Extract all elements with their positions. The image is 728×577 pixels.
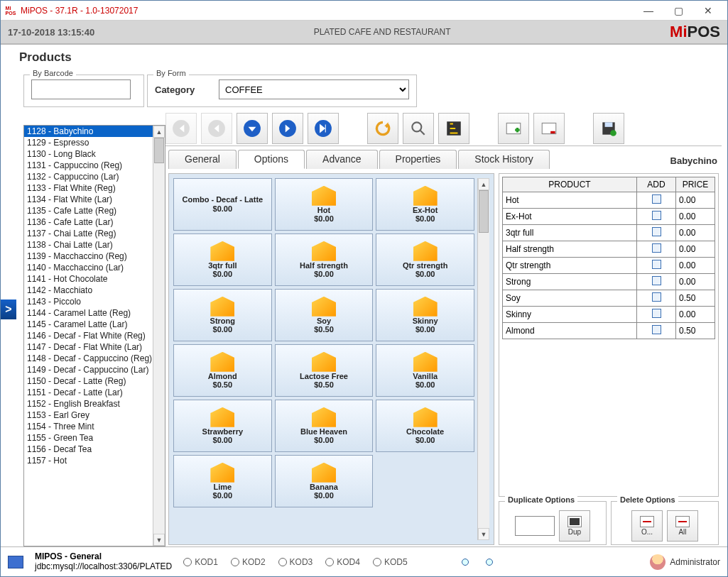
option-row[interactable]: Qtr strength0.00 <box>503 258 715 274</box>
kod-radio[interactable]: KOD5 <box>373 557 408 567</box>
option-card[interactable]: Blue Heaven$0.00 <box>275 400 374 452</box>
add-checkbox[interactable] <box>652 211 661 220</box>
product-list-scrollbar[interactable]: ▲ ▼ <box>153 126 165 546</box>
product-list-item[interactable]: 1152 - English Breakfast <box>24 398 153 410</box>
product-list-item[interactable]: 1133 - Flat White (Reg) <box>24 182 153 194</box>
option-card[interactable]: Qtr strength$0.00 <box>376 233 474 286</box>
scroll-down-icon[interactable]: ▼ <box>478 528 489 540</box>
scroll-thumb[interactable] <box>154 138 164 163</box>
option-row[interactable]: Half strength0.00 <box>503 241 715 258</box>
add-checkbox[interactable] <box>652 194 661 204</box>
product-list-item[interactable]: 1143 - Piccolo <box>24 296 153 307</box>
add-checkbox[interactable] <box>652 227 661 236</box>
product-list[interactable]: 1128 - Babychino1129 - Espresso1130 - Lo… <box>23 125 165 546</box>
add-checkbox[interactable] <box>652 309 661 318</box>
kod-radio[interactable]: KOD4 <box>325 557 360 567</box>
add-checkbox[interactable] <box>652 243 661 253</box>
col-price[interactable]: PRICE <box>676 177 715 192</box>
product-list-item[interactable]: 1141 - Hot Chocolate <box>24 273 153 285</box>
search-button[interactable] <box>403 113 434 144</box>
nav-last-button[interactable] <box>308 113 339 144</box>
product-list-item[interactable]: 1130 - Long Black <box>24 148 153 160</box>
kod-radio[interactable]: KOD3 <box>278 557 313 567</box>
product-list-item[interactable]: 1142 - Macchiato <box>24 285 153 296</box>
product-list-item[interactable]: 1151 - Decaf - Latte (Lar) <box>24 387 153 398</box>
option-row[interactable]: Skinny0.00 <box>503 307 715 323</box>
product-list-item[interactable]: 1132 - Cappuccino (Lar) <box>24 171 153 182</box>
delete-all-button[interactable]: All <box>667 510 698 542</box>
add-checkbox[interactable] <box>652 276 661 285</box>
minimize-button[interactable]: — <box>634 2 663 19</box>
option-row[interactable]: Ex-Hot0.00 <box>503 209 715 225</box>
refresh-button[interactable] <box>367 113 398 144</box>
product-list-item[interactable]: 1144 - Caramel Latte (Reg) <box>24 307 153 319</box>
add-checkbox[interactable] <box>652 292 661 302</box>
remove-button[interactable] <box>533 113 565 144</box>
product-list-item[interactable]: 1136 - Cafe Latte (Lar) <box>24 216 153 228</box>
option-card[interactable]: Banana$0.00 <box>275 455 374 507</box>
option-card[interactable]: Almond$0.50 <box>173 344 272 397</box>
option-card[interactable]: Hot$0.00 <box>275 178 374 231</box>
tab-advance[interactable]: Advance <box>306 150 377 169</box>
col-product[interactable]: PRODUCT <box>503 177 637 192</box>
sort-button[interactable] <box>438 113 469 144</box>
user-badge[interactable]: Administrator <box>650 554 720 570</box>
option-card[interactable]: Ex-Hot$0.00 <box>376 178 474 231</box>
scroll-up-icon[interactable]: ▲ <box>153 126 165 138</box>
product-list-item[interactable]: 1129 - Espresso <box>24 137 153 148</box>
maximize-button[interactable]: ▢ <box>663 2 693 19</box>
option-card[interactable]: Half strength$0.00 <box>275 233 374 286</box>
side-handle[interactable]: > <box>1 72 18 546</box>
product-list-item[interactable]: 1157 - Hot <box>24 455 153 466</box>
option-card[interactable]: Vanilla$0.00 <box>376 344 474 397</box>
save-button[interactable] <box>593 113 624 144</box>
option-row[interactable]: 3qtr full0.00 <box>503 225 715 241</box>
option-row[interactable]: Almond0.50 <box>503 323 715 339</box>
delete-one-button[interactable]: O... <box>631 510 663 542</box>
product-list-item[interactable]: 1150 - Decaf - Latte (Reg) <box>24 375 153 387</box>
duplicate-button[interactable]: Dup <box>559 510 590 542</box>
barcode-input[interactable] <box>31 79 131 99</box>
product-list-item[interactable]: 1149 - Decaf - Cappuccino (Lar) <box>24 364 153 375</box>
nav-prev-button[interactable] <box>201 113 232 144</box>
option-card[interactable]: Lactose Free$0.50 <box>275 344 374 397</box>
kod-radio[interactable]: KOD1 <box>183 557 218 567</box>
tab-properties[interactable]: Properties <box>379 150 457 169</box>
option-row[interactable]: Hot0.00 <box>503 192 715 209</box>
option-row[interactable]: Strong0.00 <box>503 274 715 290</box>
col-add[interactable]: ADD <box>637 177 676 192</box>
kod-radio[interactable]: KOD2 <box>231 557 266 567</box>
option-card[interactable]: Skinny$0.00 <box>376 289 474 341</box>
scroll-thumb[interactable] <box>479 190 489 233</box>
duplicate-input[interactable] <box>515 516 555 536</box>
product-list-item[interactable]: 1135 - Cafe Latte (Reg) <box>24 205 153 216</box>
product-list-item[interactable]: 1138 - Chai Latte (Lar) <box>24 239 153 251</box>
category-select[interactable]: COFFEE <box>219 79 409 99</box>
tab-stock-history[interactable]: Stock History <box>458 150 549 169</box>
option-card[interactable]: Chocolate$0.00 <box>376 400 474 452</box>
option-card[interactable]: Strawberry$0.00 <box>173 400 272 452</box>
product-list-item[interactable]: 1128 - Babychino <box>24 126 153 137</box>
tab-general[interactable]: General <box>168 150 237 169</box>
nav-down-button[interactable] <box>237 113 268 144</box>
add-checkbox[interactable] <box>652 325 661 334</box>
add-checkbox[interactable] <box>652 260 661 269</box>
options-scrollbar[interactable]: ▲ ▼ <box>477 178 489 540</box>
option-card[interactable]: Lime$0.00 <box>173 455 272 507</box>
product-list-item[interactable]: 1146 - Decaf - Flat White (Reg) <box>24 330 153 341</box>
product-list-item[interactable]: 1140 - Macchaccino (Lar) <box>24 262 153 273</box>
scroll-down-icon[interactable]: ▼ <box>153 534 165 546</box>
product-list-item[interactable]: 1131 - Cappuccino (Reg) <box>24 160 153 171</box>
option-card[interactable]: Soy$0.50 <box>275 289 374 341</box>
product-list-item[interactable]: 1147 - Decaf - Flat White (Lar) <box>24 341 153 353</box>
option-card[interactable]: Strong$0.00 <box>173 289 272 341</box>
product-list-item[interactable]: 1156 - Decaf Tea <box>24 444 153 455</box>
product-list-item[interactable]: 1153 - Earl Grey <box>24 410 153 421</box>
tab-options[interactable]: Options <box>238 150 305 169</box>
product-list-item[interactable]: 1145 - Caramel Latte (Lar) <box>24 319 153 330</box>
nav-next-button[interactable] <box>272 113 303 144</box>
product-list-item[interactable]: 1139 - Macchaccino (Reg) <box>24 251 153 262</box>
option-card[interactable]: Combo - Decaf - Latte$0.00 <box>173 178 272 231</box>
close-button[interactable]: ✕ <box>693 2 723 19</box>
product-list-item[interactable]: 1134 - Flat White (Lar) <box>24 194 153 205</box>
